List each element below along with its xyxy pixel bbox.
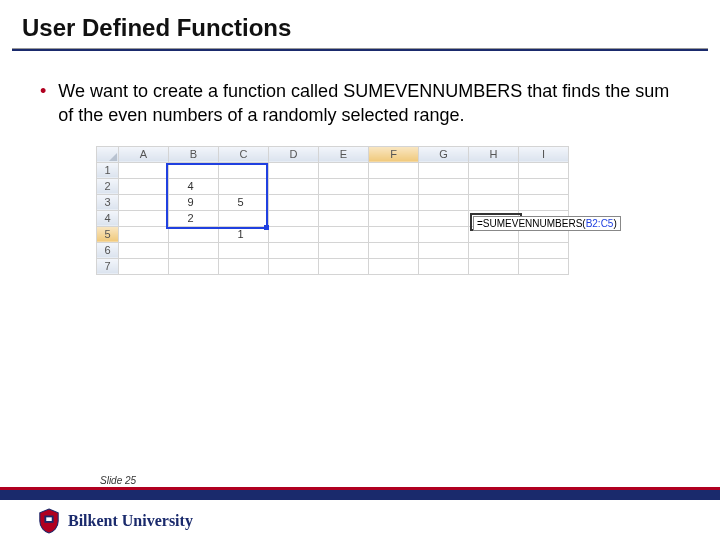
formula-close: ) [613,218,616,229]
col-header-A: A [119,146,169,162]
cell-B2: 4 [169,178,219,194]
cell-B4: 2 [169,210,219,226]
university-logo: Bilkent University [38,508,193,534]
spreadsheet-grid: A B C D E F G H I 1 2 4 3 9 5 4 [96,146,569,275]
col-header-G: G [419,146,469,162]
col-header-F: F [369,146,419,162]
excel-screenshot: =SUMEVENNUMBERS(B2:C5) A B C D E F G H I… [96,146,616,275]
cell-C3: 5 [219,194,269,210]
select-all-corner [97,146,119,162]
row-header-3: 3 [97,194,119,210]
formula-entry: =SUMEVENNUMBERS(B2:C5) [473,216,621,231]
col-header-B: B [169,146,219,162]
col-header-H: H [469,146,519,162]
svg-marker-0 [109,153,117,161]
cell-B3: 9 [169,194,219,210]
row-header-4: 4 [97,210,119,226]
slide-title: User Defined Functions [0,0,720,48]
col-header-I: I [519,146,569,162]
row-header-5: 5 [97,226,119,242]
university-name: Bilkent University [68,512,193,530]
col-header-C: C [219,146,269,162]
cell-F5 [369,226,419,242]
footer-bar [0,490,720,500]
row-header-6: 6 [97,242,119,258]
crest-icon [38,508,60,534]
slide-number: Slide 25 [100,475,136,486]
formula-fn: SUMEVENNUMBERS( [483,218,586,229]
formula-range: B2:C5 [586,218,614,229]
row-header-1: 1 [97,162,119,178]
col-header-D: D [269,146,319,162]
cell-C5: 1 [219,226,269,242]
body-paragraph: • We want to create a function called SU… [0,51,720,128]
bullet-icon: • [40,79,46,128]
row-header-7: 7 [97,258,119,274]
col-header-E: E [319,146,369,162]
body-text: We want to create a function called SUME… [58,79,680,128]
row-header-2: 2 [97,178,119,194]
svg-rect-2 [46,517,52,521]
